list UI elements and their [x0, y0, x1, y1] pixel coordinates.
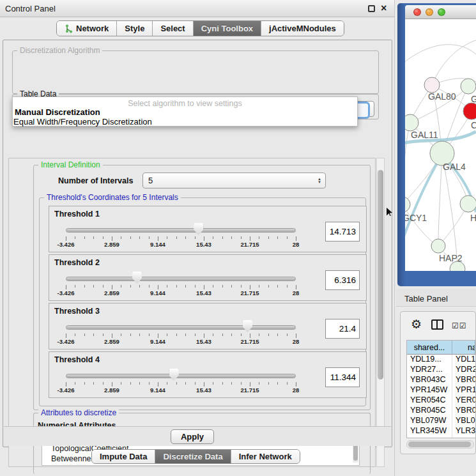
column-checkboxes-icon[interactable]: ☑☑: [452, 321, 467, 330]
threshold-2-value-field[interactable]: 6.316: [325, 270, 360, 290]
network-node-ga[interactable]: [461, 79, 476, 94]
slider-tick: [204, 236, 204, 241]
tab-network[interactable]: Network: [57, 21, 117, 36]
slider-tick: [93, 236, 94, 239]
algorithm-placeholder: Select algorithm to view settings: [13, 99, 357, 108]
slider-tick: [222, 285, 223, 288]
minimize-traffic-light[interactable]: [426, 8, 433, 16]
slider-tick: [139, 334, 140, 336]
interval-definition-group-label: Interval Definition: [38, 160, 103, 169]
table-row[interactable]: YDL19...YDL1: [407, 355, 475, 365]
network-node-gal80[interactable]: [424, 77, 440, 93]
threshold-1-slider[interactable]: [66, 228, 296, 233]
table-row[interactable]: YBR045CYBR0: [407, 406, 475, 416]
tab-cyni-toolbox[interactable]: Cyni Toolbox: [194, 21, 261, 36]
slider-tick-label: 21.715: [240, 241, 259, 248]
slider-tick: [66, 334, 66, 338]
split-view-icon[interactable]: [431, 319, 443, 330]
close-traffic-light[interactable]: [413, 8, 421, 16]
slider-tick: [277, 236, 278, 239]
slider-tick: [195, 236, 196, 239]
column-header-name[interactable]: na: [452, 341, 475, 354]
number-of-intervals-combobox[interactable]: 5 ▲▼: [142, 173, 326, 188]
network-node-gal11[interactable]: [405, 114, 418, 131]
network-view-window[interactable]: GAL80GACGAL11GAL4GCY1HHAP2: [397, 3, 476, 286]
node-table[interactable]: shared... na YDL19...YDL1YDR27...YDR2YBR…: [406, 340, 475, 438]
threshold-3-slider[interactable]: [66, 325, 296, 330]
slider-tick: [231, 236, 232, 239]
cell-name: YLR3: [452, 426, 475, 436]
tab-select[interactable]: Select: [153, 21, 193, 36]
cell-name: YPR1: [452, 385, 475, 395]
slider-tick: [287, 236, 288, 239]
slider-tick: [84, 382, 85, 385]
threshold-1-value-field[interactable]: 14.713: [325, 222, 360, 242]
table-row[interactable]: YIL052CYIL0: [407, 436, 475, 438]
slider-tick-label: 15.43: [196, 241, 211, 248]
network-edge: [432, 40, 476, 85]
slider-tick-label: -3.426: [58, 387, 75, 394]
slider-tick-label: 15.43: [196, 387, 211, 394]
slider-tick-label: 2.859: [104, 241, 119, 248]
threshold-4-slider[interactable]: [66, 374, 296, 378]
tab-discretize-data[interactable]: Discretize Data: [155, 450, 231, 463]
slider-tick-label: 2.859: [104, 387, 119, 394]
cell-shared-name: YIL052C: [407, 436, 452, 438]
table-horizontal-scrollbar[interactable]: [406, 440, 474, 449]
zoom-traffic-light[interactable]: [438, 8, 445, 16]
slider-tick: [185, 334, 186, 336]
gear-icon[interactable]: ⚙: [411, 317, 422, 332]
column-header-shared-name[interactable]: shared...: [407, 341, 452, 354]
cell-shared-name: YDL19...: [407, 355, 452, 365]
algorithm-option-manual[interactable]: Manual Discretization: [15, 107, 100, 117]
cell-shared-name: YPR145W: [407, 385, 452, 395]
tab-infer-network[interactable]: Infer Network: [231, 450, 300, 463]
slider-thumb[interactable]: [132, 272, 142, 284]
close-icon[interactable]: ×: [381, 2, 387, 15]
tab-impute-data[interactable]: Impute Data: [92, 450, 155, 463]
network-window-titlebar: [405, 5, 476, 19]
table-row[interactable]: YDR27...YDR2: [407, 365, 475, 375]
slider-tick: [222, 236, 223, 239]
slider-tick: [149, 285, 150, 288]
algorithm-option-equal-width[interactable]: Equal Width/Frequency Discretization: [13, 117, 152, 127]
table-row[interactable]: YBL079WYBL0: [407, 416, 475, 426]
network-node-hap2[interactable]: [431, 239, 445, 253]
threshold-4-label: Threshold 4: [54, 355, 100, 364]
slider-tick: [259, 236, 259, 239]
tab-style[interactable]: Style: [117, 21, 153, 36]
control-panel-titlebar: Control Panel ×: [0, 0, 394, 17]
tab-jactivemnodules[interactable]: jActiveMNodules: [261, 21, 344, 36]
table-row[interactable]: YER054CYER0: [407, 395, 475, 406]
slider-tick: [130, 285, 131, 288]
float-window-icon[interactable]: [368, 5, 375, 12]
apply-button[interactable]: Apply: [171, 429, 214, 444]
slider-tick: [296, 334, 296, 338]
slider-tick: [277, 285, 278, 288]
slider-tick: [130, 334, 131, 336]
slider-thumb[interactable]: [169, 369, 179, 381]
cell-name: YBL0: [452, 416, 475, 426]
network-node-h[interactable]: [460, 196, 476, 212]
slider-thumb[interactable]: [243, 320, 252, 332]
cell-shared-name: YBL079W: [407, 416, 452, 426]
slider-tick-label: 15.43: [196, 338, 211, 345]
slider-tick: [296, 382, 296, 387]
network-node-gcy1[interactable]: [405, 197, 410, 212]
slider-tick: [158, 382, 158, 387]
slider-thumb[interactable]: [194, 223, 203, 235]
slider-tick: [139, 382, 140, 385]
network-canvas[interactable]: GAL80GACGAL11GAL4GCY1HHAP2: [405, 19, 476, 271]
threshold-2-slider[interactable]: [66, 277, 296, 281]
settings-vertical-scrollbar[interactable]: [376, 158, 385, 467]
table-row[interactable]: YPR145WYPR1: [407, 385, 475, 395]
cell-name: YIL0: [452, 436, 475, 438]
slider-tick: [112, 382, 112, 387]
network-node-label: GCY1: [405, 213, 427, 223]
threshold-3-value-field[interactable]: 21.4: [325, 319, 360, 339]
slider-tick-label: 28: [293, 338, 300, 345]
table-row[interactable]: YLR345WYLR3: [407, 426, 475, 436]
threshold-4-value-field[interactable]: 11.344: [325, 367, 360, 387]
table-row[interactable]: YBR043CYBR0: [407, 375, 475, 385]
slider-tick: [204, 285, 204, 289]
